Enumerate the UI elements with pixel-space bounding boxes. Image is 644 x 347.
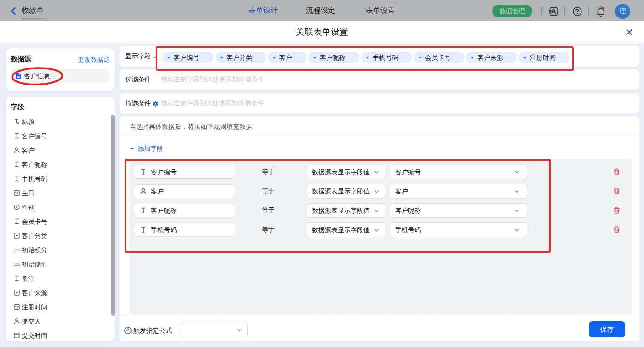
svg-text:123: 123 <box>14 262 20 267</box>
svg-text:123: 123 <box>14 248 20 252</box>
